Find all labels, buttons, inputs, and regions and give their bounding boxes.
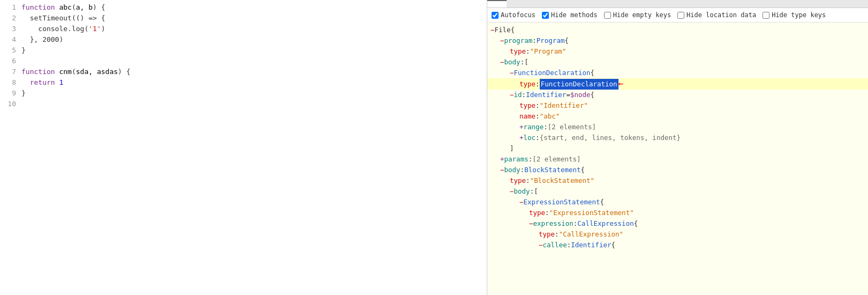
tree-line[interactable]: − expression: CallExpression { [487,218,868,229]
option-hide-location-data[interactable]: Hide location data [677,11,756,19]
line-number: 3 [0,24,21,34]
line-number: 10 [0,99,21,109]
line-number: 9 [0,88,21,99]
line-number: 2 [0,13,21,24]
options-bar: Autofocus Hide methods Hide empty keys H… [487,8,868,23]
tree-line[interactable]: + range: [2 elements] [487,122,868,132]
line-content: } [21,45,487,56]
line-number: 4 [0,34,21,45]
tree-line[interactable]: type: "BlockStatement" [487,175,868,186]
line-content: setTimeout(() => { [21,13,487,24]
tree-line[interactable]: type: "Program" [487,46,868,57]
tree-line[interactable]: − id: Identifier = $node { [487,90,868,100]
line-content: function abc(a, b) { [21,2,487,13]
code-line: 8 return 1 [0,77,487,88]
tree-line[interactable]: − body: [ [487,186,868,197]
tree-line[interactable]: type: FunctionDeclaration ← [487,78,868,90]
hide-location-data-checkbox[interactable] [677,12,684,19]
code-line: 10 [0,99,487,109]
ast-panel: Autofocus Hide methods Hide empty keys H… [487,0,868,295]
tree-line[interactable]: − body: BlockStatement { [487,165,868,175]
autofocus-checkbox[interactable] [492,12,499,19]
option-hide-type-keys[interactable]: Hide type keys [763,11,826,19]
line-number: 6 [0,56,21,67]
tree-line[interactable]: − File { [487,25,868,35]
code-line: 1function abc(a, b) { [0,2,487,13]
line-content: console.log('1') [21,24,487,34]
tree-line[interactable]: − program: Program { [487,35,868,46]
line-content: return 1 [21,77,487,88]
code-line: 6 [0,56,487,67]
line-number: 7 [0,67,21,77]
line-content: } [21,88,487,99]
tree-line[interactable]: − ExpressionStatement { [487,197,868,208]
line-number: 8 [0,77,21,88]
tree-line[interactable]: ] [487,143,868,154]
option-hide-methods[interactable]: Hide methods [542,11,598,19]
tree-line[interactable]: + loc: {start, end, lines, tokens, inden… [487,132,868,143]
tree-line[interactable]: type: "Identifier" [487,100,868,111]
option-autofocus[interactable]: Autofocus [492,11,535,19]
tree-line[interactable]: name: "abc" [487,111,868,122]
tab-json[interactable] [507,0,526,8]
hide-empty-keys-checkbox[interactable] [604,12,611,19]
hide-type-keys-checkbox[interactable] [763,12,769,19]
tree-line[interactable]: − FunctionDeclaration { [487,68,868,78]
code-line: 9} [0,88,487,99]
tree-line[interactable]: + params: [2 elements] [487,154,868,165]
line-content [21,56,487,67]
tab-tree[interactable] [487,0,507,8]
hide-methods-checkbox[interactable] [542,12,549,19]
line-content [21,99,487,109]
code-line: 5} [0,45,487,56]
code-line: 2 setTimeout(() => { [0,13,487,24]
code-editor[interactable]: 1function abc(a, b) {2 setTimeout(() => … [0,0,487,295]
line-number: 1 [0,2,21,13]
code-line: 3 console.log('1') [0,24,487,34]
code-line: 7function cnm(sda, asdas) { [0,67,487,77]
option-hide-empty-keys[interactable]: Hide empty keys [604,11,671,19]
line-content: }, 2000) [21,34,487,45]
code-line: 4 }, 2000) [0,34,487,45]
tree-view[interactable]: − File {− program: Program {type: "Progr… [487,23,868,295]
tree-line[interactable]: − callee: Identifier { [487,240,868,250]
tree-line[interactable]: type: "ExpressionStatement" [487,208,868,218]
line-number: 5 [0,45,21,56]
line-content: function cnm(sda, asdas) { [21,67,487,77]
tab-bar [487,0,868,8]
tree-line[interactable]: type: "CallExpression" [487,229,868,240]
tree-line[interactable]: − body: [ [487,57,868,68]
